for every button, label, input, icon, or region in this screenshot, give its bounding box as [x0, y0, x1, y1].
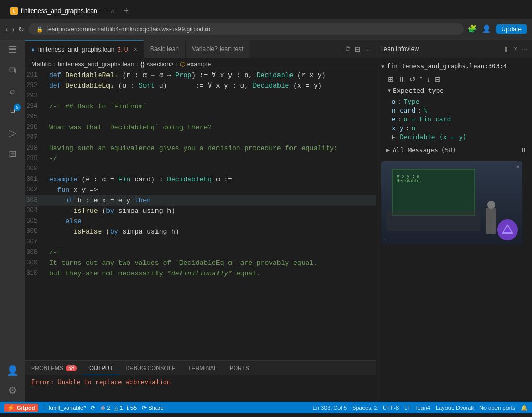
lean-filter-icon[interactable]: ⊟	[434, 75, 441, 83]
error-count[interactable]: ⊗ 2 △ 1 ℹ 55	[101, 404, 137, 411]
notification-bell[interactable]: 🔔	[521, 404, 528, 411]
breadcrumb-section[interactable]: {} <section>	[140, 60, 173, 68]
lean-panel-actions: ⏸	[503, 45, 510, 53]
table-row: 299 -/	[25, 154, 376, 164]
lean-down-icon[interactable]: ↓	[427, 75, 430, 83]
breadcrumb: Mathlib › finiteness_and_graphs.lean › {…	[25, 58, 376, 70]
tab-label: Variable?.lean test	[192, 45, 244, 53]
editor-tab-actions: ⧉ ⊟ ···	[346, 45, 376, 53]
lean-icons: ⊞ ⏸ ↺ " ↓ ⊟	[388, 74, 527, 87]
tab-label: Basic.lean	[150, 45, 179, 53]
tab-favicon: L	[10, 7, 18, 15]
video-close-button[interactable]: ×	[516, 163, 520, 170]
lean-quote-icon[interactable]: "	[420, 75, 422, 83]
browser-tab-active[interactable]: L finiteness_and_graphs.lean — ×	[4, 4, 120, 18]
search-icon[interactable]: ⌕	[5, 84, 20, 99]
person-silhouette	[486, 208, 496, 234]
table-row: 295	[25, 112, 376, 122]
encoding[interactable]: UTF-8	[383, 404, 399, 411]
extensions-icon[interactable]: 🧩	[468, 24, 477, 34]
share-button[interactable]: ⟳ Share	[142, 404, 163, 411]
panel-content: Error: Unable to replace abbreviation	[25, 375, 376, 389]
tab-close-btn[interactable]: ×	[134, 46, 137, 53]
more-options-icon[interactable]: ···	[522, 45, 528, 53]
tab-output[interactable]: OUTPUT	[83, 361, 119, 375]
video-content: ∀ x y : α Decidable × L	[381, 161, 522, 244]
layout-icon[interactable]: ⊟	[355, 45, 360, 53]
all-messages-count: (58)	[441, 146, 456, 154]
line-ending[interactable]: LF	[404, 404, 411, 411]
open-ports[interactable]: No open ports	[479, 404, 515, 411]
lean-type-items: α : Type n card : ℕ e : α = Fin	[388, 97, 527, 141]
table-row: 303 if h : e x = e y then	[25, 195, 376, 206]
url-box[interactable]: 🔒 leanprovercomm-mathlib4-mhkucxqc3ao.ws…	[29, 23, 464, 35]
pause-icon[interactable]: ⏸	[503, 45, 510, 53]
video-thumbnail[interactable]: ∀ x y : α Decidable × L	[381, 161, 522, 244]
code-editor: 291 def DecidableRel₁ (r : α → α → Prop)…	[25, 70, 376, 402]
all-messages[interactable]: ▶ All Messages (58) ⏸	[386, 146, 527, 154]
branch-name[interactable]: ⑂ kmill_variable*	[43, 404, 86, 411]
run-icon[interactable]: ▷	[5, 126, 20, 140]
tab-debug[interactable]: DEBUG CONSOLE	[119, 361, 182, 375]
cursor-position[interactable]: Ln 303, Col 5	[313, 404, 347, 411]
new-tab-button[interactable]: +	[124, 6, 129, 17]
lean-copy-icon[interactable]: ⊞	[388, 75, 394, 83]
user-icon[interactable]: 👤	[5, 363, 20, 378]
spaces[interactable]: Spaces: 2	[352, 404, 378, 411]
editor-area: ● finiteness_and_graphs.lean 3, U × Basi…	[25, 40, 376, 402]
expected-type-section: ▼ Expected type α : Type n card : ℕ	[388, 87, 527, 141]
table-row: 300	[25, 164, 376, 175]
status-right: Ln 303, Col 5 Spaces: 2 UTF-8 LF lean4 L…	[313, 404, 528, 411]
back-button[interactable]: ‹	[5, 25, 8, 33]
breadcrumb-icon: ⬡	[180, 60, 185, 68]
extensions-icon[interactable]: ⊞	[5, 146, 20, 161]
lean-panel-close[interactable]: ×	[514, 45, 517, 53]
code-content[interactable]: 291 def DecidableRel₁ (r : α → α → Prop)…	[25, 70, 376, 360]
lean-type-item: n card : ℕ	[392, 106, 527, 114]
tab-variable[interactable]: Variable?.lean test	[186, 40, 250, 58]
git-badge: 9	[14, 104, 21, 111]
lean-file-ref-text: finiteness_and_graphs.lean:303:4	[386, 63, 507, 70]
problems-badge: 58	[66, 365, 77, 371]
status-bar: ⚡ Gitpod ⑂ kmill_variable* ⟳ ⊗ 2 △ 1 ℹ 5…	[0, 402, 532, 413]
tab-problems[interactable]: PROBLEMS 58	[25, 361, 83, 375]
table-row: 298 Having such an equivalence gives you…	[25, 143, 376, 154]
settings-icon[interactable]: ⚙	[5, 383, 20, 398]
panel-area: PROBLEMS 58 OUTPUT DEBUG CONSOLE TERMINA…	[25, 360, 376, 402]
browser-tab-close[interactable]: ×	[111, 8, 114, 14]
reload-button[interactable]: ↻	[18, 25, 25, 33]
explorer-icon[interactable]: ⧉	[5, 63, 20, 78]
tab-basic[interactable]: Basic.lean	[144, 40, 186, 58]
breadcrumb-example[interactable]: example	[187, 60, 211, 68]
keyboard-layout[interactable]: Layout: Dvorak	[436, 404, 474, 411]
tab-terminal[interactable]: TERMINAL	[182, 361, 223, 375]
menu-icon[interactable]: ☰	[5, 42, 20, 57]
profile-icon[interactable]: 👤	[482, 24, 491, 34]
split-editor-icon[interactable]: ⧉	[346, 45, 350, 53]
lean-refresh-icon[interactable]: ↺	[409, 75, 416, 83]
table-row: 309 It turns out any two values of `Deci…	[25, 258, 376, 268]
panel-tabs: PROBLEMS 58 OUTPUT DEBUG CONSOLE TERMINA…	[25, 361, 376, 375]
gitpod-button[interactable]: ⚡ Gitpod	[4, 404, 38, 412]
breadcrumb-file[interactable]: finiteness_and_graphs.lean	[58, 60, 135, 68]
lean-pause-icon[interactable]: ⏸	[398, 75, 405, 83]
language-mode[interactable]: lean4	[416, 404, 430, 411]
breadcrumb-mathlib[interactable]: Mathlib	[31, 60, 52, 68]
table-row: 304 isTrue (by simpa using h)	[25, 206, 376, 216]
pause-icon[interactable]: ⏸	[520, 146, 527, 154]
table-row: 293	[25, 91, 376, 102]
update-button[interactable]: Update	[496, 24, 527, 34]
lean-type-item: ⊢ Decidable (x = y)	[392, 133, 527, 141]
all-messages-label: All Messages	[393, 146, 438, 154]
tab-bar: L finiteness_and_graphs.lean — × +	[0, 0, 532, 19]
lean-tab-title: Lean Infoview	[380, 45, 419, 53]
more-tabs-icon[interactable]: ···	[365, 45, 370, 53]
tab-ports[interactable]: PORTS	[223, 361, 256, 375]
table-row: 306 isFalse (by simpa using h)	[25, 227, 376, 237]
tab-label: finiteness_and_graphs.lean	[38, 46, 115, 53]
tab-finiteness[interactable]: ● finiteness_and_graphs.lean 3, U ×	[25, 40, 144, 58]
git-icon[interactable]: ⑂ 9	[5, 105, 20, 119]
browser-tab-label: finiteness_and_graphs.lean —	[21, 7, 105, 15]
sync-icon[interactable]: ⟳	[91, 404, 95, 411]
forward-button[interactable]: ›	[12, 25, 15, 33]
